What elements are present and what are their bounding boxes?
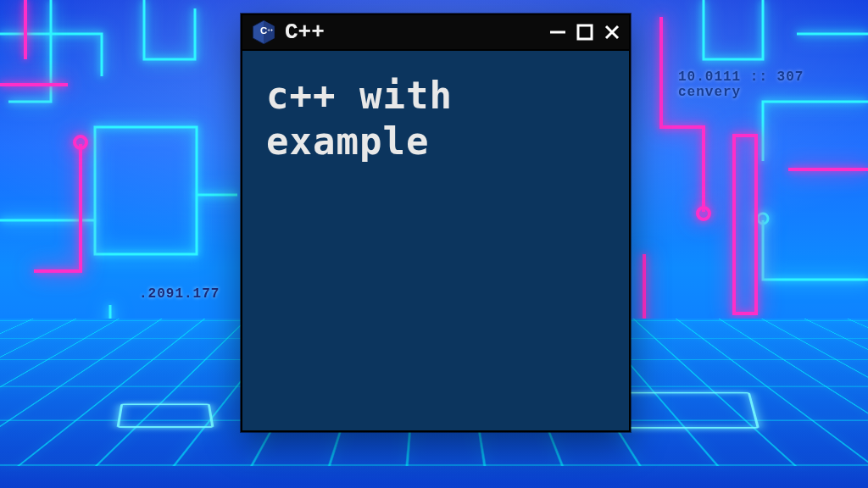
cpp-hexagon-icon: C + + [251,19,276,45]
maximize-button[interactable] [576,24,593,41]
svg-text:C: C [260,25,267,36]
floor-tile [116,404,214,428]
bg-decor-text-1: .2091.177 [139,286,220,302]
window-title: C++ [285,19,325,45]
close-button[interactable] [604,24,620,41]
titlebar[interactable]: C + + C++ [242,15,629,51]
terminal-content: c++ with example [242,51,629,186]
terminal-window: C + + C++ c++ with example [241,14,631,432]
window-controls [549,24,620,41]
svg-text:+: + [270,27,273,32]
svg-rect-11 [578,25,592,39]
svg-text:+: + [267,27,270,32]
bg-decor-text-2: 10.0111 :: 307 cenvery [678,69,868,100]
minimize-button[interactable] [549,24,566,41]
